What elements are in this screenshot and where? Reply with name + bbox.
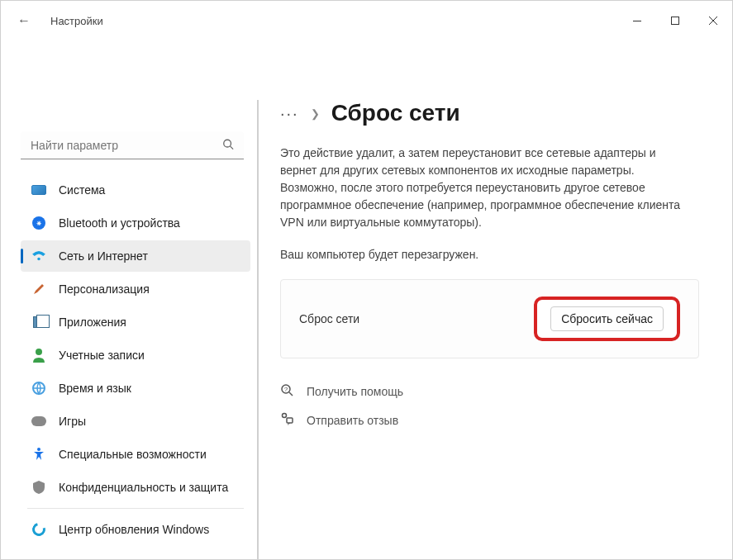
page-title: Сброс сети	[331, 100, 460, 126]
content: Система ⁕ Bluetooth и устройства Сеть и …	[1, 40, 732, 559]
card-label: Сброс сети	[299, 312, 359, 325]
sidebar: Система ⁕ Bluetooth и устройства Сеть и …	[1, 40, 257, 559]
svg-point-14	[283, 414, 287, 418]
sidebar-item-time-language[interactable]: Время и язык	[21, 373, 250, 404]
gamepad-icon	[31, 413, 47, 429]
search-box	[21, 131, 244, 159]
svg-point-10	[37, 448, 40, 451]
sidebar-item-apps[interactable]: Приложения	[21, 306, 250, 338]
search-input[interactable]	[21, 131, 244, 159]
sidebar-item-system[interactable]: Система	[21, 174, 250, 206]
update-icon	[31, 521, 47, 538]
minimize-icon	[633, 21, 641, 21]
sidebar-item-accounts[interactable]: Учетные записи	[21, 339, 250, 371]
sidebar-item-gaming[interactable]: Игры	[21, 406, 250, 437]
globe-icon	[31, 380, 47, 396]
sidebar-item-label: Специальные возможности	[59, 448, 207, 461]
maximize-button[interactable]	[656, 7, 694, 34]
sidebar-item-accessibility[interactable]: Специальные возможности	[21, 439, 250, 470]
feedback-icon	[280, 412, 295, 428]
get-help-link[interactable]: ? Получить помощь	[280, 383, 699, 399]
sidebar-item-privacy[interactable]: Конфиденциальность и защита	[21, 472, 250, 503]
svg-point-6	[37, 258, 40, 261]
description-text: Это действие удалит, а затем переустанов…	[280, 145, 693, 231]
shield-icon	[31, 479, 47, 496]
sidebar-item-windows-update[interactable]: Центр обновления Windows	[21, 514, 250, 545]
nav: Система ⁕ Bluetooth и устройства Сеть и …	[21, 174, 250, 545]
svg-rect-15	[287, 418, 293, 423]
sidebar-item-label: Bluetooth и устройства	[59, 216, 180, 230]
sidebar-item-label: Центр обновления Windows	[59, 523, 209, 536]
sidebar-item-label: Персонализация	[59, 282, 150, 296]
reset-now-button-highlight: Сбросить сейчас	[534, 297, 680, 341]
sidebar-item-bluetooth[interactable]: ⁕ Bluetooth и устройства	[21, 207, 250, 239]
sidebar-item-label: Учетные записи	[59, 349, 145, 362]
svg-point-4	[224, 140, 231, 147]
accessibility-icon	[31, 446, 47, 463]
sidebar-item-label: Сеть и Интернет	[59, 249, 148, 263]
sidebar-item-label: Система	[59, 183, 105, 197]
minimize-button[interactable]	[618, 7, 656, 34]
sidebar-item-label: Игры	[59, 415, 86, 428]
help-icon: ?	[280, 383, 295, 399]
bluetooth-icon: ⁕	[31, 215, 47, 231]
close-button[interactable]	[694, 7, 732, 34]
breadcrumb: ··· ❯ Сброс сети	[280, 100, 699, 126]
svg-rect-1	[672, 17, 679, 25]
main-panel: ··· ❯ Сброс сети Это действие удалит, а …	[257, 40, 732, 559]
maximize-icon	[671, 17, 679, 25]
settings-window: ← Настройки Сис	[0, 0, 733, 560]
system-icon	[31, 182, 47, 198]
brush-icon	[31, 281, 47, 297]
sidebar-item-label: Время и язык	[59, 382, 131, 395]
person-icon	[31, 347, 47, 363]
close-icon	[709, 17, 717, 25]
chevron-right-icon: ❯	[311, 107, 320, 120]
wifi-icon	[31, 248, 47, 264]
network-reset-card: Сброс сети Сбросить сейчас	[280, 279, 699, 358]
window-controls	[618, 7, 732, 34]
feedback-link-label: Отправить отзыв	[307, 414, 398, 427]
sidebar-item-label: Приложения	[59, 316, 126, 329]
svg-line-13	[289, 392, 293, 396]
search-icon	[222, 139, 234, 153]
window-title: Настройки	[50, 15, 103, 27]
titlebar: ← Настройки	[1, 1, 732, 40]
back-button[interactable]: ←	[17, 13, 31, 28]
nav-separator	[27, 508, 244, 509]
give-feedback-link[interactable]: Отправить отзыв	[280, 412, 699, 428]
sidebar-item-label: Конфиденциальность и защита	[59, 481, 228, 494]
reset-now-button[interactable]: Сбросить сейчас	[550, 306, 664, 331]
scrollbar[interactable]	[257, 100, 259, 559]
svg-rect-0	[633, 21, 641, 21]
sidebar-item-personalization[interactable]: Персонализация	[21, 273, 250, 305]
apps-icon	[31, 314, 47, 330]
svg-line-5	[231, 146, 234, 149]
sidebar-item-network[interactable]: Сеть и Интернет	[21, 240, 250, 272]
svg-point-7	[36, 349, 42, 355]
breadcrumb-more-icon[interactable]: ···	[280, 104, 299, 123]
svg-text:?: ?	[284, 386, 288, 393]
help-link-label: Получить помощь	[307, 385, 403, 398]
restart-note: Ваш компьютер будет перезагружен.	[280, 248, 699, 261]
